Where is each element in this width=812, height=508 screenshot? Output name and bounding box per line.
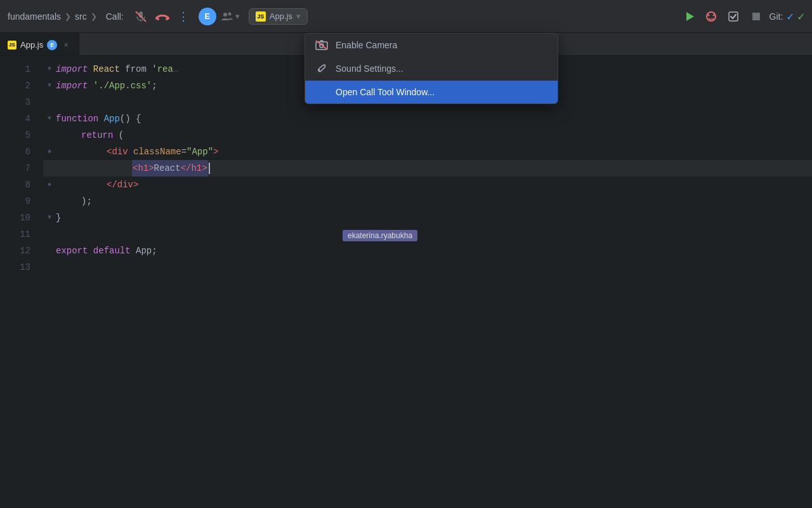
collaborator-tooltip: ekaterina.ryabukha <box>343 230 417 241</box>
wrench-icon <box>315 63 328 74</box>
tab-label: App.js <box>20 40 43 50</box>
user-chevron-icon: ▾ <box>235 11 240 21</box>
call-label: Call: <box>106 11 124 22</box>
breadcrumb: fundamentals ❯ src ❯ Call: <box>8 11 124 22</box>
code-line-7: <h1>React</h1> <box>43 160 812 177</box>
titlebar: fundamentals ❯ src ❯ Call: ⋮ <box>0 0 812 33</box>
mic-muted-icon <box>135 11 147 22</box>
menu-item-open-call-tool-label: Open Call Tool Window... <box>336 87 435 97</box>
svg-point-6 <box>228 12 231 15</box>
tab-close-button[interactable]: × <box>61 40 71 50</box>
git-label: Git: <box>769 11 783 22</box>
menu-item-open-call-tool[interactable]: Open Call Tool Window... <box>305 81 558 104</box>
stop-button[interactable] <box>747 7 766 26</box>
svg-point-9 <box>707 14 709 16</box>
svg-point-3 <box>157 18 159 20</box>
fold-icon-8[interactable]: ◆ <box>48 177 51 193</box>
fold-icon-1[interactable]: ▼ <box>48 61 51 77</box>
git-checkmark-green[interactable]: ✓ <box>797 10 804 23</box>
debug-icon <box>705 11 717 22</box>
run-config-button[interactable]: JS App.js ▾ <box>249 8 308 25</box>
tab-js-icon: JS <box>8 41 16 50</box>
svg-rect-12 <box>752 13 760 20</box>
tab-appjs[interactable]: JS App.js E × <box>0 33 79 55</box>
breadcrumb-project[interactable]: fundamentals <box>8 11 61 22</box>
tab-e-badge: E <box>47 40 57 50</box>
camera-svg-icon <box>315 40 328 50</box>
end-call-icon <box>155 12 169 21</box>
breadcrumb-sep1: ❯ <box>65 12 71 21</box>
code-line-6: ◆ <div className="App"> <box>43 144 812 160</box>
people-icon <box>221 11 233 22</box>
code-line-9: ); <box>43 193 812 210</box>
code-line-11 <box>43 226 812 243</box>
code-line-13 <box>43 259 812 276</box>
breadcrumb-sep2: ❯ <box>91 12 97 21</box>
menu-item-sound-settings-label: Sound Settings... <box>336 64 403 74</box>
end-call-button[interactable] <box>153 7 172 26</box>
mute-mic-button[interactable] <box>131 7 150 26</box>
line7-selection: <h1>React</h1> <box>132 160 208 177</box>
code-line-8: ◆ </div> <box>43 177 812 193</box>
svg-point-5 <box>223 13 227 17</box>
wrench-svg-icon <box>316 63 327 74</box>
coverage-button[interactable] <box>724 7 743 26</box>
menu-item-enable-camera[interactable]: Enable Camera <box>305 34 558 57</box>
menu-item-enable-camera-label: Enable Camera <box>336 40 397 50</box>
stop-icon <box>751 11 761 22</box>
toolbar-right: Git: ✓ ✓ <box>681 7 804 26</box>
coverage-icon <box>728 11 739 22</box>
svg-point-16 <box>318 69 320 70</box>
camera-icon <box>315 40 328 50</box>
call-toolbar: ⋮ <box>131 7 193 26</box>
run-config-chevron: ▾ <box>296 11 301 21</box>
code-editor[interactable]: 1 2 3 4 5 6 7 8 9 10 11 12 13 ▼ import R… <box>0 56 812 508</box>
svg-point-4 <box>166 18 168 20</box>
line-numbers: 1 2 3 4 5 6 7 8 9 10 11 12 13 <box>0 56 38 508</box>
fold-icon-6[interactable]: ◆ <box>48 144 51 160</box>
run-button[interactable] <box>681 8 698 25</box>
code-line-5: return ( <box>43 127 812 144</box>
fold-icon-4[interactable]: ▼ <box>48 110 51 127</box>
git-checkmark-blue[interactable]: ✓ <box>787 10 794 23</box>
run-icon <box>684 11 695 22</box>
svg-marker-7 <box>686 12 694 21</box>
fold-icon-2[interactable]: ▼ <box>48 77 51 94</box>
user-avatar[interactable]: E <box>199 8 216 25</box>
breadcrumb-src[interactable]: src <box>75 11 87 22</box>
debug-button[interactable] <box>702 8 720 25</box>
code-line-10: ▼ } <box>43 210 812 226</box>
text-cursor <box>209 163 210 174</box>
code-line-4: ▼ function App() { <box>43 110 812 127</box>
svg-point-10 <box>712 14 714 16</box>
more-options-button[interactable]: ⋮ <box>174 7 193 26</box>
dropdown-menu: Enable Camera Sound Settings... Open Cal… <box>304 33 558 104</box>
run-config-label: App.js <box>270 11 292 21</box>
menu-item-sound-settings[interactable]: Sound Settings... <box>305 57 558 81</box>
code-content[interactable]: ▼ import React from 'rea… ▼ import './Ap… <box>38 56 812 508</box>
collaborator-username: ekaterina.ryabukha <box>348 231 412 240</box>
fold-icon-10[interactable]: ▼ <box>48 210 51 226</box>
three-dots-icon: ⋮ <box>178 10 190 23</box>
code-line-12: export default App; <box>43 243 812 259</box>
js-file-icon: JS <box>256 11 266 22</box>
user-menu-button[interactable]: ▾ <box>221 11 240 22</box>
